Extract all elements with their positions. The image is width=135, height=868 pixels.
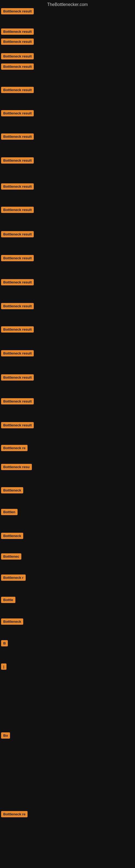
bottleneck-badge-18[interactable]: Bottleneck result: [1, 374, 34, 380]
bottleneck-item-7: Bottleneck result: [1, 110, 34, 118]
bottleneck-badge-11[interactable]: Bottleneck result: [1, 207, 34, 213]
bottleneck-item-24: Bottlen: [1, 509, 17, 516]
bottleneck-badge-32[interactable]: Bo: [1, 733, 10, 739]
bottleneck-item-17: Bottleneck result: [1, 350, 34, 358]
bottleneck-badge-29[interactable]: Bottleneck: [1, 618, 23, 625]
bottleneck-badge-30[interactable]: B: [1, 640, 8, 646]
bottleneck-item-32: Bo: [1, 733, 10, 740]
bottleneck-badge-7[interactable]: Bottleneck result: [1, 110, 34, 116]
bottleneck-item-19: Bottleneck result: [1, 398, 34, 405]
bottleneck-badge-20[interactable]: Bottleneck result: [1, 422, 34, 428]
bottleneck-badge-13[interactable]: Bottleneck result: [1, 255, 34, 261]
bottleneck-item-31: |: [1, 663, 6, 671]
bottleneck-badge-5[interactable]: Bottleneck result: [1, 63, 34, 70]
bottleneck-badge-26[interactable]: Bottlenec: [1, 553, 21, 560]
bottleneck-item-11: Bottleneck result: [1, 207, 34, 214]
bottleneck-badge-9[interactable]: Bottleneck result: [1, 157, 34, 163]
bottleneck-item-1: Bottleneck result: [1, 8, 34, 16]
bottleneck-badge-27[interactable]: Bottleneck r: [1, 575, 26, 581]
bottleneck-badge-33[interactable]: Bottleneck re: [1, 811, 28, 817]
bottleneck-item-25: Bottleneck: [1, 533, 23, 540]
bottleneck-item-21: Bottleneck re: [1, 445, 28, 452]
bottleneck-badge-14[interactable]: Bottleneck result: [1, 279, 34, 285]
bottleneck-badge-4[interactable]: Bottleneck result: [1, 53, 34, 59]
bottleneck-item-18: Bottleneck result: [1, 374, 34, 382]
bottleneck-badge-3[interactable]: Bottleneck result: [1, 38, 34, 45]
bottleneck-badge-28[interactable]: Bottle: [1, 597, 15, 603]
bottleneck-badge-1[interactable]: Bottleneck result: [1, 8, 34, 14]
bottleneck-item-30: B: [1, 640, 8, 648]
bottleneck-badge-25[interactable]: Bottleneck: [1, 533, 23, 539]
bottleneck-item-14: Bottleneck result: [1, 279, 34, 286]
bottleneck-badge-15[interactable]: Bottleneck result: [1, 303, 34, 309]
bottleneck-badge-16[interactable]: Bottleneck result: [1, 326, 34, 333]
bottleneck-badge-22[interactable]: Bottleneck resu: [1, 464, 32, 470]
bottleneck-item-12: Bottleneck result: [1, 231, 34, 239]
bottleneck-badge-8[interactable]: Bottleneck result: [1, 133, 34, 140]
bottleneck-badge-17[interactable]: Bottleneck result: [1, 350, 34, 356]
bottleneck-item-5: Bottleneck result: [1, 63, 34, 71]
bottleneck-item-26: Bottlenec: [1, 553, 21, 561]
bottleneck-item-13: Bottleneck result: [1, 255, 34, 262]
bottleneck-item-6: Bottleneck result: [1, 87, 34, 94]
bottleneck-item-16: Bottleneck result: [1, 326, 34, 334]
bottleneck-item-23: Bottleneck: [1, 487, 23, 495]
bottleneck-item-4: Bottleneck result: [1, 53, 34, 61]
bottleneck-item-33: Bottleneck re: [1, 811, 28, 818]
bottleneck-item-29: Bottleneck: [1, 618, 23, 626]
bottleneck-badge-31[interactable]: |: [1, 663, 6, 670]
bottleneck-item-28: Bottle: [1, 597, 15, 604]
bottleneck-badge-2[interactable]: Bottleneck result: [1, 29, 34, 35]
bottleneck-badge-24[interactable]: Bottlen: [1, 509, 17, 515]
bottleneck-badge-19[interactable]: Bottleneck result: [1, 398, 34, 404]
bottleneck-item-8: Bottleneck result: [1, 133, 34, 141]
bottleneck-badge-12[interactable]: Bottleneck result: [1, 231, 34, 237]
bottleneck-item-22: Bottleneck resu: [1, 464, 32, 471]
bottleneck-item-20: Bottleneck result: [1, 422, 34, 429]
bottleneck-item-27: Bottleneck r: [1, 575, 26, 582]
bottleneck-badge-23[interactable]: Bottleneck: [1, 487, 23, 493]
bottleneck-item-10: Bottleneck result: [1, 183, 34, 191]
bottleneck-item-2: Bottleneck result: [1, 29, 34, 36]
bottleneck-item-15: Bottleneck result: [1, 303, 34, 310]
bottleneck-badge-21[interactable]: Bottleneck re: [1, 445, 28, 451]
bottleneck-item-3: Bottleneck result: [1, 38, 34, 46]
bottleneck-badge-6[interactable]: Bottleneck result: [1, 87, 34, 93]
bottleneck-badge-10[interactable]: Bottleneck result: [1, 183, 34, 190]
bottleneck-item-9: Bottleneck result: [1, 157, 34, 165]
